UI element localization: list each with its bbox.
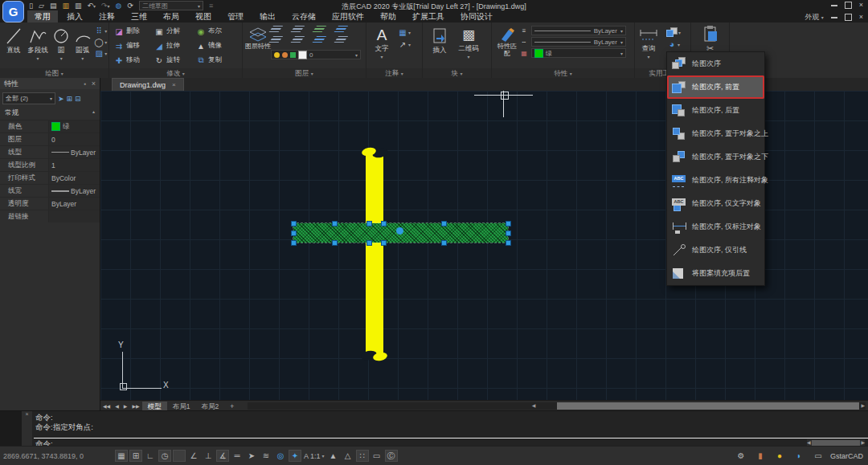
grip[interactable] — [506, 221, 511, 226]
ribbon-tab-layout[interactable]: 布局 — [156, 10, 186, 23]
layer-on-icon[interactable] — [290, 36, 305, 43]
hot-grip-dot[interactable] — [396, 227, 403, 235]
qrcode-button[interactable]: ▩ 二维码▾ — [453, 24, 484, 59]
undo-icon[interactable]: ↶▾ — [87, 2, 96, 10]
ribbon-tab-view[interactable]: 视图 — [188, 10, 219, 23]
save-icon[interactable]: ▤ — [50, 2, 57, 10]
select-objects-icon[interactable]: ⊟ — [75, 95, 81, 103]
minimize-icon[interactable] — [831, 5, 837, 6]
explode-button[interactable]: ▣分解 — [154, 24, 196, 39]
bulb-icon[interactable] — [773, 450, 786, 462]
mirror-button[interactable]: ▲镜像 — [196, 39, 235, 53]
menu-item-bring-to-front[interactable]: 绘图次序, 前置 — [667, 75, 764, 99]
transparency-icon[interactable] — [260, 450, 272, 462]
layer-isolate-icon[interactable] — [334, 26, 348, 33]
palette-autohide-icon[interactable]: ▪ — [84, 80, 86, 88]
group-label-block[interactable]: 块 ▾ — [423, 68, 491, 78]
ribbon-tab-home[interactable]: 常用 — [27, 10, 58, 23]
grip[interactable] — [291, 221, 297, 226]
arc-button[interactable]: 圆弧▾ — [72, 24, 93, 61]
annotation-visibility-icon[interactable] — [327, 450, 340, 462]
ribbon-tab-annotate[interactable]: 注释 — [92, 10, 122, 23]
grid-display-icon[interactable] — [115, 450, 128, 462]
layer-unlock-icon[interactable] — [334, 36, 348, 43]
leader-button[interactable]: ↗▾ — [398, 40, 411, 49]
doc-restore-icon[interactable] — [845, 14, 852, 21]
match-properties-button[interactable]: 特性匹配 — [495, 24, 519, 58]
paste-icon[interactable] — [702, 25, 719, 43]
erase-button[interactable]: ◪删除 — [114, 24, 154, 39]
maximize-icon[interactable] — [845, 2, 852, 9]
settings-gear-icon[interactable] — [735, 450, 747, 462]
new-file-icon[interactable]: ▯ — [29, 2, 33, 10]
redo-icon[interactable]: ↷▾ — [101, 2, 110, 10]
open-file-icon[interactable]: ▱ — [39, 2, 44, 10]
grip[interactable] — [441, 240, 447, 246]
object-snap-icon[interactable] — [187, 450, 200, 462]
group-label-properties[interactable]: 特性 ▾ — [492, 68, 634, 78]
grip[interactable] — [366, 240, 372, 246]
ribbon-tab-3d[interactable]: 三维 — [124, 10, 154, 23]
hatch-button[interactable]: ▨▾ — [94, 49, 107, 58]
selection-filter-select[interactable]: 全部 (2)▾ — [2, 92, 55, 104]
menu-item-send-hatch-to-back[interactable]: 将图案填充项后置 — [667, 262, 764, 285]
ribbon-tab-help[interactable]: 帮助 — [373, 10, 403, 23]
prev-tab-icon[interactable]: ◀ — [113, 403, 121, 409]
scrollbar-thumb[interactable] — [557, 402, 859, 410]
snap-mode-icon[interactable] — [129, 450, 142, 462]
group-label-modify[interactable]: 修改 ▾ — [109, 68, 242, 78]
rectangle-array-button[interactable]: ⠿▾ — [94, 27, 107, 35]
sync-icon[interactable]: ⟳ — [127, 2, 133, 10]
linetype-select[interactable]: ByLayer▾ — [531, 26, 626, 35]
snap-grid-style-icon[interactable] — [356, 450, 369, 462]
grip[interactable] — [381, 240, 387, 246]
property-row-plot-style[interactable]: 打印样式 ByColor — [0, 171, 100, 184]
grip[interactable] — [506, 240, 511, 246]
command-line-window[interactable]: × 命令: 命令:指定对角点: 命令: ◀ ▶ — [0, 410, 868, 447]
layout2-tab[interactable]: 布局2 — [195, 402, 224, 411]
selection-cycling-icon[interactable] — [245, 450, 258, 462]
color-select[interactable]: 绿▾ — [531, 48, 626, 58]
ribbon-tab-cloud[interactable]: 云存储 — [285, 10, 323, 23]
model-tab[interactable]: 模型 — [142, 402, 167, 411]
properties-section-general[interactable]: 常规▴ — [0, 107, 100, 120]
command-close-icon[interactable]: × — [25, 411, 28, 417]
property-row-hyperlink[interactable]: 超链接 — [0, 210, 100, 222]
yellow-line[interactable] — [366, 153, 383, 356]
ribbon-tab-express[interactable]: 扩展工具 — [405, 10, 452, 23]
boolean-button[interactable]: ◉布尔 — [196, 24, 235, 39]
clean-screen-icon[interactable] — [385, 450, 398, 462]
scroll-right-icon[interactable]: ▶ — [861, 402, 865, 410]
group-label-annotate[interactable]: 注释 ▾ — [366, 68, 422, 78]
cmd-scrollbar-thumb[interactable] — [812, 440, 861, 446]
inquiry-button[interactable]: 查询▾ — [637, 24, 660, 59]
group-label-draw[interactable]: 绘图 ▾ — [0, 68, 108, 78]
ribbon-tab-insert[interactable]: 插入 — [59, 10, 90, 23]
menu-item-dimensions-to-front[interactable]: 绘图次序, 仅标注对象 — [667, 215, 764, 239]
document-tab[interactable]: Drawing1.dwg× — [112, 78, 184, 91]
app-logo-icon[interactable]: G — [2, 1, 24, 22]
transparency-split-button[interactable]: ◕▾ — [667, 39, 680, 49]
group-label-layer[interactable]: 图层 ▾ — [243, 68, 366, 78]
insert-button[interactable]: 插入 — [426, 24, 453, 59]
ortho-mode-icon[interactable] — [144, 450, 157, 462]
isometric-drafting-icon[interactable] — [173, 450, 186, 462]
zoom-icon[interactable] — [274, 450, 287, 462]
menu-item-send-under-objects[interactable]: 绘图次序, 置于对象之下 — [667, 145, 764, 169]
lineweight-display-icon[interactable] — [231, 450, 244, 462]
doc-close-icon[interactable]: × — [859, 14, 863, 21]
lineweight-select[interactable]: ByLayer▾ — [531, 37, 626, 47]
document-tab-close-icon[interactable]: × — [172, 81, 176, 88]
layer-thaw-icon[interactable] — [312, 36, 326, 43]
publish-icon[interactable]: ◍ — [116, 2, 122, 10]
layer-unisolate-icon[interactable] — [268, 36, 283, 43]
menu-item-annotations-to-front[interactable]: ABC 绘图次序, 所有注释对象 — [667, 169, 764, 192]
ribbon-tab-apps[interactable]: 应用软件 — [325, 10, 371, 23]
menu-item-send-to-back[interactable]: 绘图次序, 后置 — [667, 99, 764, 122]
offset-button[interactable]: ⇉偏移 — [114, 39, 154, 53]
property-row-linetype[interactable]: 线型 ByLayer — [0, 145, 100, 158]
grip[interactable] — [332, 240, 338, 246]
layer-select[interactable]: 0 ▾ — [271, 50, 361, 59]
plot-icon[interactable]: ▥ — [75, 2, 82, 10]
first-tab-icon[interactable]: ◀◀ — [100, 403, 113, 409]
